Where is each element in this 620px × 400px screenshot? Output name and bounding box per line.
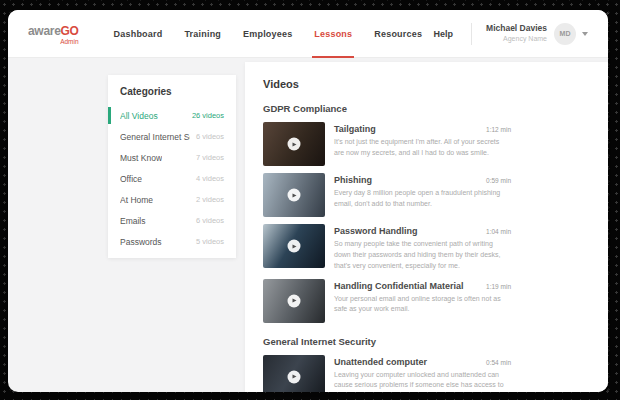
play-icon[interactable]: [288, 240, 301, 253]
logo-wordmark: awareGO: [28, 22, 79, 38]
video-title: Tailgating: [334, 124, 376, 134]
play-icon[interactable]: [288, 138, 301, 151]
video-row-phishing[interactable]: Phishing 0:59 min Every day 8 million pe…: [263, 173, 511, 217]
nav-item-resources[interactable]: Resources: [363, 10, 433, 58]
category-label: All Videos: [120, 111, 158, 121]
video-info: Phishing 0:59 min Every day 8 million pe…: [334, 173, 511, 217]
section-header-general-internet-security: General Internet Security: [263, 336, 590, 347]
category-all-videos[interactable]: All Videos 26 videos: [108, 105, 236, 126]
category-count: 6 videos: [196, 216, 224, 225]
play-icon[interactable]: [288, 294, 301, 307]
category-passwords[interactable]: Passwords 5 videos: [108, 231, 236, 252]
category-general-internet-security[interactable]: General Internet Secur... 6 videos: [108, 126, 236, 147]
content-area: Categories All Videos 26 videos General …: [8, 58, 608, 392]
video-thumbnail[interactable]: [263, 122, 325, 166]
nav-item-employees[interactable]: Employees: [232, 10, 303, 58]
category-label: Must Know: [120, 153, 162, 163]
app-window: awareGO Admin Dashboard Training Employe…: [8, 10, 608, 392]
category-label: General Internet Secur...: [120, 132, 190, 142]
logo-admin-label: Admin: [28, 39, 79, 46]
categories-title: Categories: [108, 86, 236, 97]
video-info: Unattended computer 0:54 min Leaving you…: [334, 355, 511, 392]
user-text: Michael Davies Agency Name: [486, 23, 547, 43]
category-label: Emails: [120, 216, 146, 226]
avatar[interactable]: MD: [554, 23, 576, 45]
category-emails[interactable]: Emails 6 videos: [108, 210, 236, 231]
awarego-logo[interactable]: awareGO Admin: [28, 22, 79, 46]
video-thumbnail[interactable]: [263, 224, 325, 268]
topbar-divider: [471, 23, 472, 45]
video-duration: 1:12 min: [486, 126, 511, 133]
videos-panel: Videos GDPR Compliance Tailgating 1:12 m…: [245, 62, 608, 392]
video-duration: 1:04 min: [486, 228, 511, 235]
user-organization: Agency Name: [486, 34, 547, 43]
category-at-home[interactable]: At Home 2 videos: [108, 189, 236, 210]
categories-panel: Categories All Videos 26 videos General …: [108, 75, 236, 258]
video-info: Handling Confidential Material 1:19 min …: [334, 279, 511, 323]
video-duration: 1:19 min: [486, 283, 511, 290]
top-bar: awareGO Admin Dashboard Training Employe…: [8, 10, 608, 58]
video-duration: 0:59 min: [486, 177, 511, 184]
video-description: It's not just the equipment I'm after. A…: [334, 137, 511, 159]
video-row-unattended-computer[interactable]: Unattended computer 0:54 min Leaving you…: [263, 355, 511, 392]
video-info: Password Handling 1:04 min So many peopl…: [334, 224, 511, 272]
video-duration: 0:54 min: [486, 359, 511, 366]
category-count: 6 videos: [196, 132, 224, 141]
video-info: Tailgating 1:12 min It's not just the eq…: [334, 122, 511, 166]
video-thumbnail[interactable]: [263, 173, 325, 217]
video-title: Handling Confidential Material: [334, 281, 464, 291]
category-count: 2 videos: [196, 195, 224, 204]
nav-item-training[interactable]: Training: [173, 10, 232, 58]
play-icon[interactable]: [288, 189, 301, 202]
nav-item-lessons[interactable]: Lessons: [303, 10, 363, 58]
help-link[interactable]: Help: [434, 29, 454, 39]
chevron-down-icon[interactable]: [582, 32, 588, 36]
category-label: Office: [120, 174, 142, 184]
category-count: 5 videos: [196, 237, 224, 246]
category-must-know[interactable]: Must Know 7 videos: [108, 147, 236, 168]
video-thumbnail[interactable]: [263, 355, 325, 392]
logo-aware-text: aware: [28, 24, 61, 38]
category-office[interactable]: Office 4 videos: [108, 168, 236, 189]
category-count: 26 videos: [192, 111, 224, 120]
category-count: 4 videos: [196, 174, 224, 183]
video-title: Phishing: [334, 175, 372, 185]
video-description: Your personal email and online storage i…: [334, 294, 511, 316]
video-row-password-handling[interactable]: Password Handling 1:04 min So many peopl…: [263, 224, 511, 272]
section-header-gdpr-compliance: GDPR Compliance: [263, 103, 590, 114]
user-menu[interactable]: Michael Davies Agency Name MD: [486, 23, 588, 45]
user-name: Michael Davies: [486, 23, 547, 34]
video-row-handling-confidential-material[interactable]: Handling Confidential Material 1:19 min …: [263, 279, 511, 323]
category-label: Passwords: [120, 237, 162, 247]
video-title: Password Handling: [334, 226, 418, 236]
video-thumbnail[interactable]: [263, 279, 325, 323]
main-nav: Dashboard Training Employees Lessons Res…: [103, 10, 434, 58]
nav-item-dashboard[interactable]: Dashboard: [103, 10, 174, 58]
play-icon[interactable]: [288, 370, 301, 383]
video-title: Unattended computer: [334, 357, 427, 367]
video-description: Leaving your computer unlocked and unatt…: [334, 370, 511, 392]
category-count: 7 videos: [196, 153, 224, 162]
logo-go-text: GO: [61, 24, 79, 38]
video-description: So many people take the convenient path …: [334, 239, 511, 272]
video-row-tailgating[interactable]: Tailgating 1:12 min It's not just the eq…: [263, 122, 511, 166]
videos-title: Videos: [263, 78, 590, 90]
category-label: At Home: [120, 195, 153, 205]
video-description: Every day 8 million people open a fraudu…: [334, 188, 511, 210]
